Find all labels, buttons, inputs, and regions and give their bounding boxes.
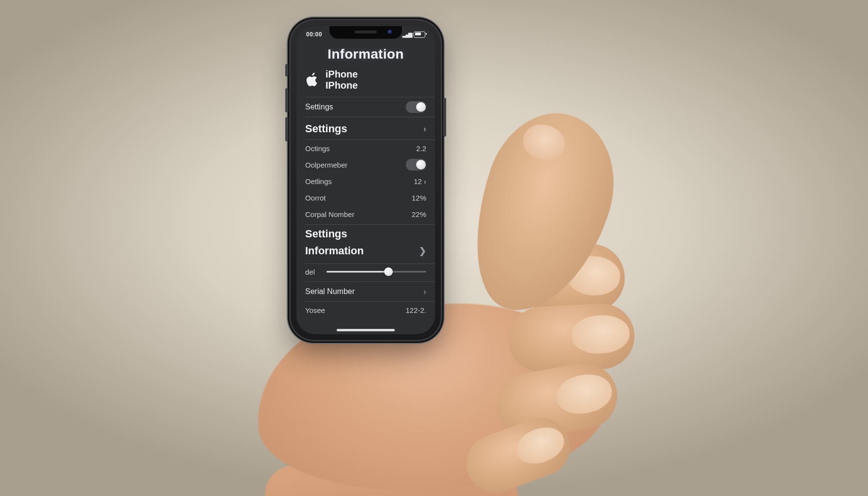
settings-information-screen: Information iPhone IPhone Settings: [296, 44, 435, 334]
list-value: 2.2: [416, 144, 426, 153]
volume-down-button[interactable]: [285, 117, 288, 141]
signal-icon: ▂▄▆: [403, 31, 411, 38]
list-label: Oolpermeber: [305, 161, 348, 169]
serial-number-label: Serial Number: [305, 287, 355, 296]
status-time: 00:00: [306, 31, 322, 38]
list-value: 12%: [412, 194, 426, 202]
list-label: Corpal Nomber: [305, 210, 355, 218]
settings-link-row[interactable]: Settings ›: [296, 117, 435, 140]
device-name-line1: iPhone: [326, 69, 358, 80]
settings-link-label: Settings: [305, 123, 347, 135]
battery-icon: [414, 31, 425, 38]
home-indicator[interactable]: [337, 329, 395, 331]
list-label: Oetlings: [305, 177, 332, 186]
list-item[interactable]: Oolpermeber: [296, 156, 435, 173]
list-value: 22%: [412, 210, 426, 218]
brightness-slider[interactable]: [326, 267, 426, 277]
notch: [329, 26, 402, 39]
settings-toggle[interactable]: [406, 101, 426, 113]
section-header-information: Information: [305, 245, 364, 257]
page-title: Information: [296, 44, 435, 67]
side-power-button[interactable]: [443, 98, 446, 137]
volume-up-button[interactable]: [285, 88, 288, 112]
settings-toggle-row[interactable]: Settings: [296, 97, 435, 117]
row-toggle[interactable]: [406, 159, 426, 170]
list-label: Octings: [305, 144, 330, 153]
apple-logo-icon: [305, 72, 320, 88]
mute-switch[interactable]: [285, 64, 288, 77]
screen: 00:00 ▂▄▆ Information iPhone IPhone: [296, 26, 435, 334]
list-item[interactable]: Yosee 122-2.: [296, 302, 435, 318]
chevron-right-icon: ›: [423, 287, 426, 296]
slider-row[interactable]: del: [296, 264, 435, 281]
chevron-right-icon: ›: [423, 124, 426, 133]
list-item[interactable]: Oorrot 12%: [296, 189, 435, 206]
list-item[interactable]: Oetlings 12 ›: [296, 173, 435, 189]
chevron-right-icon: ❯: [419, 247, 426, 255]
device-header[interactable]: iPhone IPhone: [296, 67, 435, 97]
list-label: Oorrot: [305, 194, 326, 202]
iphone-device: 00:00 ▂▄▆ Information iPhone IPhone: [291, 20, 441, 340]
device-name-line2: IPhone: [326, 80, 358, 91]
list-value: 122-2.: [405, 306, 426, 314]
list-item[interactable]: Octings 2.2: [296, 140, 435, 156]
section-header-settings: Settings: [296, 225, 435, 241]
settings-toggle-label: Settings: [305, 103, 333, 111]
list-label: Yosee: [305, 306, 325, 314]
serial-number-row[interactable]: Serial Number ›: [296, 282, 435, 301]
section-header-information-row[interactable]: Information ❯: [296, 241, 435, 264]
list-item[interactable]: Corpal Nomber 22%: [296, 206, 435, 222]
slider-label: del: [305, 268, 322, 276]
list-value: 12 ›: [414, 177, 426, 186]
